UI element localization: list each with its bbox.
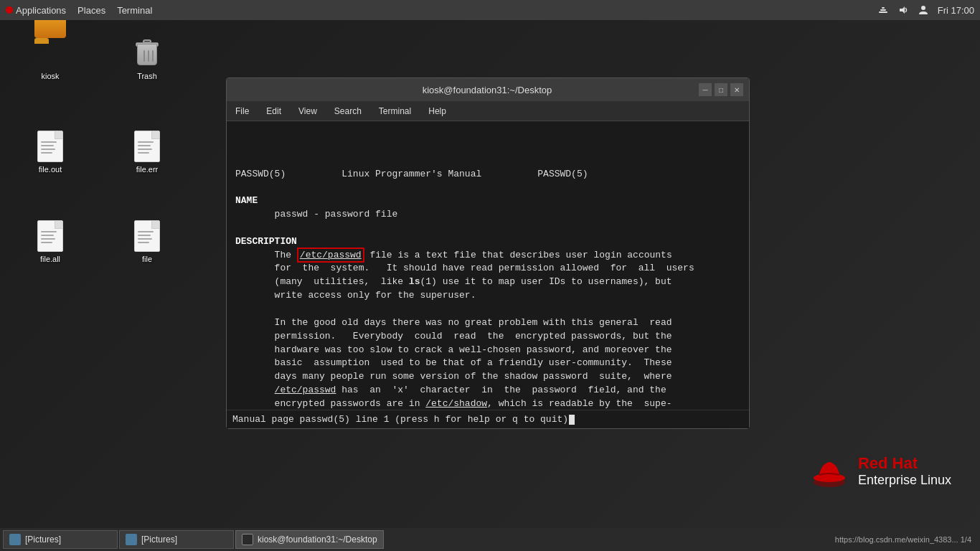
places-menu[interactable]: Places — [77, 5, 105, 16]
volume-icon — [897, 4, 909, 16]
para2-line4: basic assumption used to be that of a fr… — [235, 357, 672, 368]
menu-edit[interactable]: Edit — [263, 105, 284, 118]
terminal-label: Terminal — [117, 5, 152, 16]
applications-label: Applications — [16, 5, 66, 16]
close-button[interactable]: ✕ — [730, 83, 743, 96]
redhat-brand-text: Red Hat — [858, 454, 951, 473]
desktop-icon-file-all[interactable]: file.all — [22, 217, 79, 263]
redhat-subtitle-text: Enterprise Linux — [858, 473, 951, 488]
taskbar-label-1: [Pictures] — [25, 534, 61, 545]
para2-line2: permission. Everybody could read the enc… — [235, 331, 672, 342]
man-header: PASSWD(5) Linux Programmer's Manual PASS… — [235, 169, 588, 179]
top-bar-left: Applications Places Terminal — [6, 5, 152, 16]
highlight-passwd: /etc/passwd — [297, 248, 364, 263]
file-all-icon — [33, 217, 67, 252]
taskbar-label-terminal: kiosk@foundation31:~/Desktop — [258, 534, 377, 545]
desktop-icon-trash[interactable]: Trash — [118, 34, 176, 80]
terminal-menubar: File Edit View Search Terminal Help — [227, 101, 749, 121]
redhat-text-block: Red Hat Enterprise Linux — [858, 454, 951, 488]
taskbar-icon-2 — [126, 534, 137, 545]
terminal-content[interactable]: PASSWD(5) Linux Programmer's Manual PASS… — [227, 121, 749, 410]
menu-terminal[interactable]: Terminal — [376, 105, 414, 118]
desc-line2: for the system. It should have read perm… — [235, 263, 694, 273]
applications-menu[interactable]: Applications — [6, 5, 66, 16]
maximize-button[interactable]: □ — [715, 83, 727, 96]
taskbar-item-pictures-2[interactable]: [Pictures] — [119, 530, 234, 549]
section-name: NAME — [235, 195, 258, 206]
desktop-icon-kiosk[interactable]: kiosk — [22, 34, 79, 80]
minimize-button[interactable]: ─ — [699, 83, 712, 96]
file-all-label: file.all — [40, 255, 60, 263]
desc-line1: The /etc/passwd file is a text file that… — [235, 248, 672, 263]
top-menubar: Applications Places Terminal Fri 17:00 — [0, 0, 980, 20]
svg-rect-0 — [879, 11, 887, 13]
para2-line1: In the good old days there was no great … — [235, 317, 672, 328]
menu-search[interactable]: Search — [331, 105, 364, 118]
link-etc-shadow: /etc/shadow — [425, 398, 487, 409]
desc-line3: (many utilities, like ls(1) use it to ma… — [235, 276, 672, 287]
file-icon — [130, 217, 164, 252]
man-page-content: PASSWD(5) Linux Programmer's Manual PASS… — [235, 154, 740, 410]
page-info: 1/4 — [961, 535, 971, 544]
taskbar-item-terminal[interactable]: kiosk@foundation31:~/Desktop — [235, 530, 384, 549]
terminal-titlebar: kiosk@foundation31:~/Desktop ─ □ ✕ — [227, 78, 749, 101]
para2-line3: hardware was too slow to crack a well-ch… — [235, 344, 672, 355]
para2-line7: encrypted passwords are in /etc/shadow, … — [235, 398, 672, 409]
redhat-logo: Red Hat Enterprise Linux — [810, 454, 951, 488]
red-text: Red Hat — [858, 454, 918, 472]
network-icon — [877, 4, 889, 16]
terminal-menu[interactable]: Terminal — [117, 5, 152, 16]
redhat-dot-icon — [6, 6, 13, 14]
svg-point-4 — [921, 6, 925, 10]
desktop-icon-file[interactable]: file — [118, 217, 176, 263]
section-description: DESCRIPTION — [235, 236, 297, 247]
trash-label: Trash — [137, 72, 157, 80]
taskbar: [Pictures] [Pictures] kiosk@foundation31… — [0, 528, 980, 551]
menu-help[interactable]: Help — [425, 105, 449, 118]
places-label: Places — [77, 5, 105, 16]
name-desc: passwd - password file — [235, 209, 397, 220]
taskbar-icon-terminal — [242, 534, 253, 545]
terminal-window: kiosk@foundation31:~/Desktop ─ □ ✕ File … — [226, 77, 750, 429]
svg-rect-2 — [882, 7, 885, 9]
redhat-hat-icon — [810, 455, 849, 487]
kiosk-label: kiosk — [41, 72, 59, 80]
terminal-title: kiosk@foundation31:~/Desktop — [275, 85, 699, 95]
file-err-icon — [130, 128, 164, 162]
clock: Fri 17:00 — [938, 5, 974, 16]
file-out-icon — [33, 128, 67, 162]
svg-rect-1 — [880, 9, 886, 11]
desktop-icon-file-out[interactable]: file.out — [22, 128, 79, 174]
user-icon — [918, 4, 929, 16]
para2-line6: /etc/passwd has an 'x' character in the … — [235, 385, 666, 395]
taskbar-icon-1 — [9, 534, 21, 545]
desktop-icon-file-err[interactable]: file.err — [118, 128, 176, 174]
desc-line4: write access only for the superuser. — [235, 290, 476, 301]
taskbar-right: https://blog.csdn.me/weixin_4383... 1/4 — [835, 535, 977, 544]
desktop: kiosk Trash — [0, 20, 980, 531]
file-label: file — [142, 255, 152, 263]
statusbar-text: Manual page passwd(5) line 1 (press h fo… — [232, 414, 568, 425]
folder-icon-kiosk — [33, 34, 67, 69]
file-err-label: file.err — [136, 165, 159, 174]
file-out-label: file.out — [39, 165, 62, 174]
cursor — [569, 415, 575, 425]
link-etc-passwd-1: /etc/passwd — [300, 250, 362, 260]
url-hint: https://blog.csdn.me/weixin_4383... — [835, 535, 958, 544]
terminal-statusbar: Manual page passwd(5) line 1 (press h fo… — [227, 410, 749, 428]
link-etc-passwd-2: /etc/passwd — [275, 385, 336, 395]
window-controls: ─ □ ✕ — [699, 83, 743, 96]
top-bar-right: Fri 17:00 — [877, 4, 974, 16]
menu-file[interactable]: File — [232, 105, 252, 118]
svg-marker-3 — [900, 6, 905, 14]
menu-view[interactable]: View — [296, 105, 320, 118]
para2-line5: days many people run some version of the… — [235, 371, 672, 382]
trash-icon — [130, 34, 164, 69]
taskbar-item-pictures-1[interactable]: [Pictures] — [3, 530, 118, 549]
taskbar-label-2: [Pictures] — [141, 534, 177, 545]
